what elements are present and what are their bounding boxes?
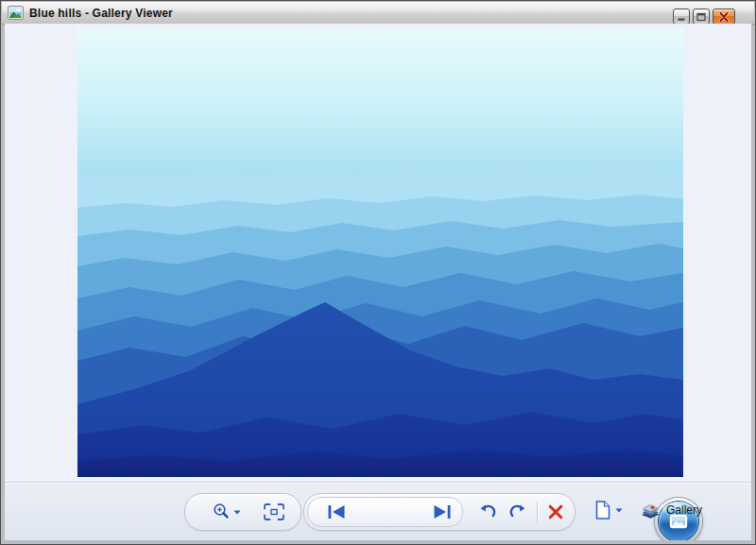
delete-x-icon [547, 503, 564, 520]
command-bar: Gallery [5, 484, 751, 540]
rotate-ccw-icon [479, 502, 498, 521]
photo-stack-icon [640, 502, 661, 519]
gallery-button[interactable]: Gallery [636, 495, 706, 525]
next-icon [432, 504, 453, 519]
maximize-button[interactable] [693, 9, 710, 25]
titlebar[interactable]: Blue hills - Gallery Viewer [2, 2, 754, 25]
zoom-group [184, 493, 301, 531]
next-button[interactable] [427, 500, 457, 524]
magnifier-plus-icon [212, 502, 231, 521]
file-menu-button[interactable] [593, 495, 626, 525]
maximize-icon [696, 12, 706, 22]
zoom-button[interactable] [204, 499, 248, 525]
close-icon [718, 12, 730, 22]
fit-to-window-button[interactable] [261, 500, 287, 524]
file-page-icon [595, 501, 610, 519]
window-title: Blue hills - Gallery Viewer [29, 7, 173, 20]
gallery-button-label: Gallery [666, 503, 702, 517]
close-button[interactable] [713, 9, 735, 25]
minimize-icon [677, 12, 686, 22]
navigation-group [303, 493, 576, 531]
fit-to-window-icon [264, 503, 284, 520]
chevron-down-icon [615, 508, 623, 513]
previous-icon [326, 504, 347, 519]
gallery-viewer-window: Blue hills - Gallery Viewer [0, 0, 756, 545]
rotate-counterclockwise-button[interactable] [474, 499, 503, 525]
previous-button[interactable] [321, 500, 352, 524]
window-controls [673, 9, 735, 25]
photo-blue-hills [77, 28, 683, 477]
chevron-down-icon [233, 510, 241, 515]
viewer-client-area: Gallery [5, 24, 751, 540]
rotate-clockwise-button[interactable] [503, 499, 531, 525]
toolbar-separator [537, 502, 538, 522]
picture-icon [8, 6, 24, 20]
rotate-cw-icon [507, 502, 526, 521]
delete-button[interactable] [542, 500, 569, 524]
minimize-button[interactable] [673, 9, 690, 25]
